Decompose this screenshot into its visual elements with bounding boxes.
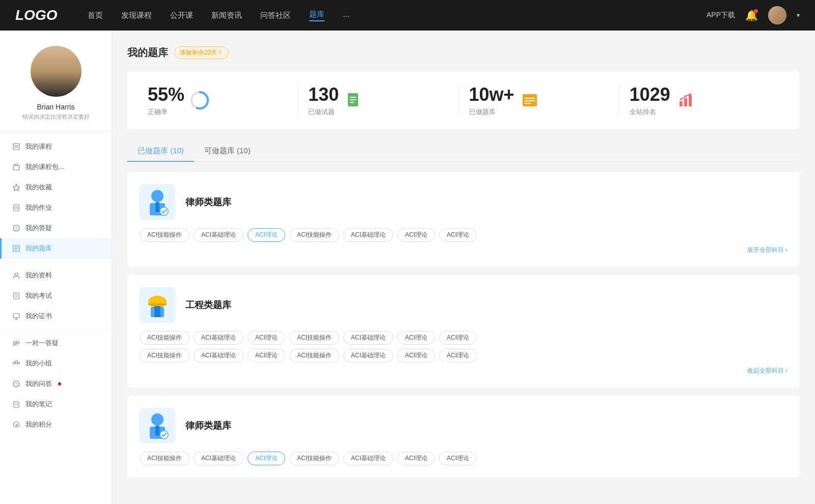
one-on-one-icon xyxy=(12,339,20,347)
stat-correctness: 55% 正确率 xyxy=(148,84,298,117)
sidebar-item-label: 我的考试 xyxy=(25,291,52,300)
qbank-icon-engineering xyxy=(140,287,175,323)
sidebar-item-groups[interactable]: 我的小组 xyxy=(0,353,112,374)
sidebar-item-homework[interactable]: 我的作业 xyxy=(0,198,112,218)
tag-item[interactable]: ACI技能操作 xyxy=(140,228,189,242)
notification-bell-icon[interactable]: 🔔 xyxy=(745,9,758,21)
sidebar-item-label: 我的证书 xyxy=(25,312,52,321)
tag-item[interactable]: ACI理论 xyxy=(397,452,435,465)
notes-icon xyxy=(12,400,20,408)
qbank-header-engineering: 工程类题库 xyxy=(140,287,787,323)
nav-open-course[interactable]: 公开课 xyxy=(170,11,193,20)
sidebar-item-one-on-one[interactable]: 一对一答疑 xyxy=(0,333,112,353)
qbank-tags-engineering-row2: ACI技能操作 ACI基础理论 ACI理论 ACI技能操作 ACI基础理论 AC… xyxy=(140,349,787,362)
tag-item-active[interactable]: ACI理论 xyxy=(248,228,285,242)
homework-icon xyxy=(12,204,20,212)
svg-rect-50 xyxy=(155,202,159,212)
tag-item[interactable]: ACI理论 xyxy=(439,349,477,362)
qbank-card-lawyer2: 律师类题库 ACI技能操作 ACI基础理论 ACI理论 ACI技能操作 ACI基… xyxy=(127,396,800,478)
expand-link-lawyer1[interactable]: 展开全部科目 › xyxy=(140,246,787,255)
svg-point-22 xyxy=(14,342,16,344)
tag-item[interactable]: ACI理论 xyxy=(439,331,477,345)
sidebar-item-certificates[interactable]: 我的证书 xyxy=(0,306,112,326)
doc-icon xyxy=(345,91,363,109)
svg-rect-42 xyxy=(680,101,683,106)
tab-done[interactable]: 已做题库 (10) xyxy=(127,141,194,161)
exams-icon xyxy=(12,292,20,300)
tag-item[interactable]: ACI技能操作 xyxy=(289,452,339,465)
stat-ranking: 1029 全站排名 xyxy=(619,84,779,117)
nav-qbank[interactable]: 题库 xyxy=(309,10,324,21)
tag-item[interactable]: ACI基础理论 xyxy=(343,349,393,362)
nav-home[interactable]: 首页 xyxy=(88,11,103,20)
tag-item[interactable]: ACI基础理论 xyxy=(343,452,393,465)
profile-info-icon xyxy=(12,271,20,279)
qbank-name-lawyer1: 律师类题库 xyxy=(185,196,231,208)
qbank-header-lawyer1: 律师类题库 xyxy=(140,184,787,220)
tag-item[interactable]: ACI理论 xyxy=(397,349,435,362)
tag-item-active[interactable]: ACI理论 xyxy=(248,452,285,465)
qbank-tags-engineering-row1: ACI技能操作 ACI基础理论 ACI理论 ACI技能操作 ACI基础理论 AC… xyxy=(140,331,787,345)
stat-correctness-label: 正确率 xyxy=(148,107,184,117)
nav-qa[interactable]: 问答社区 xyxy=(260,11,291,20)
profile-motto: 错误的决定比没有决定要好 xyxy=(22,113,90,121)
sidebar-item-qbank[interactable]: 我的题库 xyxy=(0,238,112,259)
app-download-button[interactable]: APP下载 xyxy=(707,11,735,20)
svg-point-25 xyxy=(13,362,15,364)
tab-available[interactable]: 可做题库 (10) xyxy=(194,141,261,161)
tag-item[interactable]: ACI技能操作 xyxy=(140,349,189,362)
sidebar-item-label: 一对一答疑 xyxy=(25,339,59,348)
profile-avatar xyxy=(31,46,82,97)
nav-more[interactable]: ··· xyxy=(343,11,349,20)
svg-rect-54 xyxy=(148,303,167,305)
logo[interactable]: LOGO xyxy=(15,7,57,23)
svg-point-57 xyxy=(151,413,164,426)
tag-item[interactable]: ACI技能操作 xyxy=(289,349,339,362)
avatar-dropdown-icon[interactable]: ▾ xyxy=(797,12,800,19)
sidebar-item-courses[interactable]: 我的课程 xyxy=(0,136,112,157)
collapse-link-engineering[interactable]: 收起全部科目 › xyxy=(140,367,787,375)
svg-rect-16 xyxy=(14,293,19,299)
sidebar-item-qa[interactable]: ? 我的答疑 xyxy=(0,218,112,238)
svg-point-48 xyxy=(151,190,164,202)
pie-chart-icon xyxy=(191,91,209,109)
tag-item[interactable]: ACI理论 xyxy=(397,331,435,345)
sidebar-item-points[interactable]: ★ 我的积分 xyxy=(0,414,112,435)
stat-done-banks-content: 10w+ 已做题库 xyxy=(469,84,514,117)
tag-item[interactable]: ACI基础理论 xyxy=(343,228,393,242)
avatar[interactable] xyxy=(768,6,786,24)
stat-done-questions-number: 130 xyxy=(308,84,339,105)
sidebar-item-favorites[interactable]: 我的收藏 xyxy=(0,177,112,198)
qbank-card-lawyer1: 律师类题库 ACI技能操作 ACI基础理论 ACI理论 ACI技能操作 ACI基… xyxy=(127,172,800,267)
sidebar-item-notes[interactable]: 我的笔记 xyxy=(0,394,112,414)
svg-text:?: ? xyxy=(15,382,17,387)
tag-item[interactable]: ACI基础理论 xyxy=(343,331,393,345)
tag-item[interactable]: ACI理论 xyxy=(439,452,477,465)
profile-name: Brian Harris xyxy=(37,103,75,111)
nav-discover[interactable]: 发现课程 xyxy=(121,11,152,20)
qbank-tags-lawyer1: ACI技能操作 ACI基础理论 ACI理论 ACI技能操作 ACI基础理论 AC… xyxy=(140,228,787,242)
tag-item[interactable]: ACI理论 xyxy=(439,228,477,242)
sidebar-item-label: 我的作业 xyxy=(25,203,52,212)
sidebar-item-profile-info[interactable]: 我的资料 xyxy=(0,265,112,286)
sidebar-item-course-packages[interactable]: 我的课程包... xyxy=(0,157,112,177)
tag-item[interactable]: ACI基础理论 xyxy=(194,349,243,362)
tag-item[interactable]: ACI理论 xyxy=(248,349,285,362)
qbank-header-lawyer2: 律师类题库 xyxy=(140,408,787,443)
tag-item[interactable]: ACI技能操作 xyxy=(289,331,339,345)
sidebar-item-exams[interactable]: 我的考试 xyxy=(0,286,112,306)
tag-item[interactable]: ACI基础理论 xyxy=(194,452,243,465)
sidebar-item-label: 我的课程包... xyxy=(25,162,64,172)
qbank-icon-lawyer2 xyxy=(140,408,175,443)
tag-item[interactable]: ACI技能操作 xyxy=(140,452,189,465)
tag-item[interactable]: ACI理论 xyxy=(397,228,435,242)
tag-item[interactable]: ACI基础理论 xyxy=(194,228,243,242)
tag-item[interactable]: ACI理论 xyxy=(248,331,285,345)
tag-item[interactable]: ACI基础理论 xyxy=(194,331,243,345)
tag-item[interactable]: ACI技能操作 xyxy=(140,331,189,345)
nav-news[interactable]: 新闻资讯 xyxy=(211,11,242,20)
sidebar-item-label: 我的题库 xyxy=(25,244,52,253)
svg-rect-59 xyxy=(155,426,159,436)
sidebar-item-questions[interactable]: ? 我的问答 xyxy=(0,374,112,394)
tag-item[interactable]: ACI技能操作 xyxy=(289,228,339,242)
